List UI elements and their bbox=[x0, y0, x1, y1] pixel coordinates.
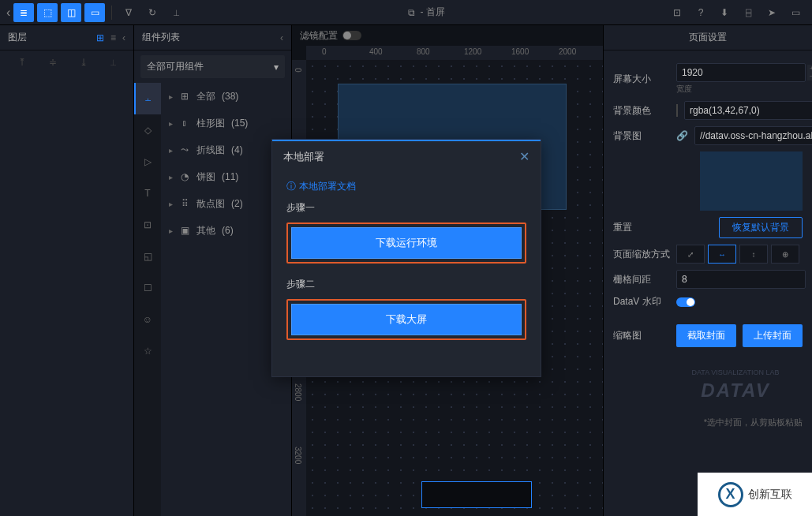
doc-link[interactable]: ⓘ 本地部署文档 bbox=[286, 180, 526, 193]
doc-link-label: 本地部署文档 bbox=[299, 180, 356, 193]
close-icon[interactable]: ✕ bbox=[519, 149, 529, 164]
step2-label: 步骤二 bbox=[286, 278, 526, 291]
download-env-highlight: 下载运行环境 bbox=[286, 222, 526, 264]
info-icon: ⓘ bbox=[286, 180, 296, 193]
download-screen-highlight: 下载大屏 bbox=[286, 299, 526, 340]
step1-label: 步骤一 bbox=[286, 201, 526, 215]
modal-title: 本地部署 bbox=[283, 150, 324, 164]
download-screen-button[interactable]: 下载大屏 bbox=[291, 304, 522, 335]
deploy-modal: 本地部署 ✕ ⓘ 本地部署文档 步骤一 下载运行环境 步骤二 下载大屏 bbox=[271, 139, 541, 377]
download-env-button[interactable]: 下载运行环境 bbox=[291, 227, 522, 259]
modal-overlay: 本地部署 ✕ ⓘ 本地部署文档 步骤一 下载运行环境 步骤二 下载大屏 bbox=[0, 0, 812, 516]
